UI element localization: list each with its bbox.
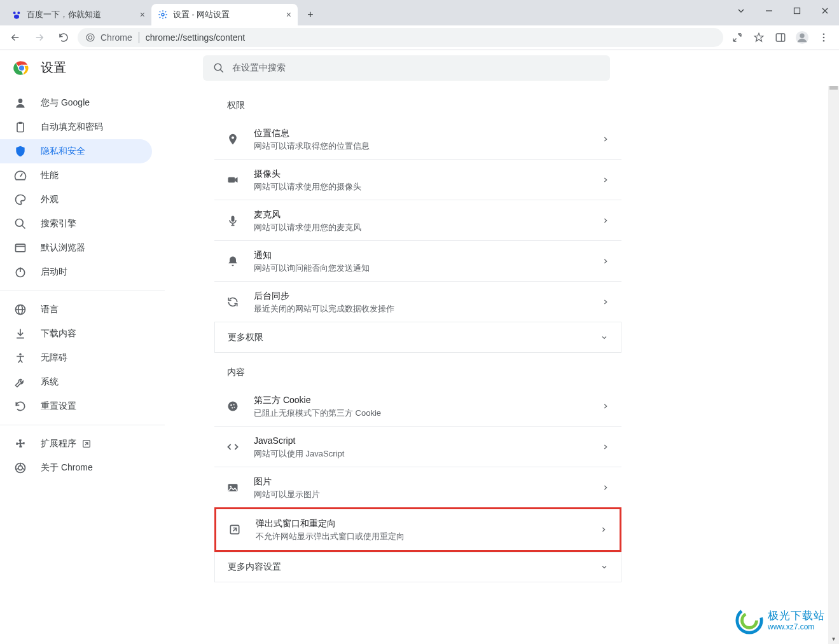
sidebar-item-power[interactable]: 启动时 xyxy=(0,260,152,284)
puzzle-icon xyxy=(14,437,27,450)
svg-point-12 xyxy=(823,33,825,35)
minimize-button[interactable] xyxy=(755,1,783,20)
setting-row-code[interactable]: JavaScript网站可以使用 JavaScript xyxy=(214,427,621,467)
browser-tab-baidu[interactable]: 百度一下，你就知道 × xyxy=(5,4,151,25)
sidebar-item-person[interactable]: 您与 Google xyxy=(0,91,152,115)
sidebar-item-chrome[interactable]: 关于 Chrome xyxy=(0,456,152,480)
chevron-right-icon xyxy=(602,217,609,224)
menu-icon[interactable] xyxy=(814,27,834,48)
sidebar-item-label: 隐私和安全 xyxy=(41,146,85,157)
setting-row-bell[interactable]: 通知网站可以询问能否向您发送通知 xyxy=(214,241,621,282)
bookmark-icon[interactable] xyxy=(749,27,769,48)
svg-rect-26 xyxy=(16,244,25,252)
close-window-button[interactable] xyxy=(811,1,839,20)
address-bar[interactable]: Chrome chrome://settings/content xyxy=(78,28,723,47)
sidebar-item-globe[interactable]: 语言 xyxy=(0,298,152,322)
chevron-down-icon xyxy=(600,334,608,341)
more-permissions-row[interactable]: 更多权限 xyxy=(214,322,621,353)
svg-point-36 xyxy=(18,466,23,470)
sidebar-item-label: 无障碍 xyxy=(41,352,67,364)
row-sub: 已阻止无痕模式下的第三方 Cookie xyxy=(254,407,602,420)
sidebar-item-palette[interactable]: 外观 xyxy=(0,188,152,212)
profile-icon[interactable] xyxy=(792,27,812,48)
setting-row-location[interactable]: 位置信息网站可以请求取得您的位置信息 xyxy=(214,119,621,160)
window-controls xyxy=(727,0,839,22)
browser-tab-settings[interactable]: 设置 - 网站设置 × xyxy=(151,4,298,25)
chrome-logo-icon xyxy=(13,59,31,77)
sidebar-item-label: 系统 xyxy=(41,376,59,388)
sidebar-item-clipboard[interactable]: 自动填充和密码 xyxy=(0,115,152,139)
svg-point-2 xyxy=(14,15,19,19)
svg-point-18 xyxy=(214,64,221,71)
chevron-down-icon xyxy=(600,563,608,571)
chevron-down-icon[interactable] xyxy=(727,1,755,20)
setting-row-popups[interactable]: 弹出式窗口和重定向 不允许网站显示弹出式窗口或使用重定向 xyxy=(216,509,620,550)
tab-title: 百度一下，你就知道 xyxy=(27,10,101,20)
browser-tab-strip: 百度一下，你就知道 × 设置 - 网站设置 × + xyxy=(0,0,839,25)
forward-button[interactable] xyxy=(29,27,50,48)
watermark-text: 极光下载站 xyxy=(768,610,825,622)
sidebar-item-a11y[interactable]: 无障碍 xyxy=(0,346,152,370)
sidebar-item-label: 搜索引擎 xyxy=(41,218,76,230)
svg-point-6 xyxy=(87,34,94,41)
globe-icon xyxy=(14,303,27,316)
setting-row-sync[interactable]: 后台同步最近关闭的网站可以完成数据收发操作 xyxy=(214,282,621,322)
row-title: 位置信息 xyxy=(254,126,602,140)
sidebar-separator xyxy=(0,291,165,291)
svg-point-49 xyxy=(742,613,757,628)
popup-icon xyxy=(228,523,242,537)
scroll-down-icon[interactable]: ▾ xyxy=(828,633,839,644)
watermark-url: www.xz7.com xyxy=(768,622,825,631)
close-icon[interactable]: × xyxy=(286,10,291,20)
row-sub: 网站可以请求使用您的摄像头 xyxy=(254,181,602,193)
svg-rect-21 xyxy=(17,123,24,132)
sidebar-item-speed[interactable]: 性能 xyxy=(0,163,152,188)
chevron-right-icon xyxy=(602,299,609,305)
svg-point-33 xyxy=(19,353,21,355)
row-sub: 网站可以请求使用您的麦克风 xyxy=(254,221,602,234)
setting-row-cookie[interactable]: 第三方 Cookie已阻止无痕模式下的第三方 Cookie xyxy=(214,386,621,427)
svg-point-40 xyxy=(228,401,238,411)
chevron-right-icon xyxy=(602,136,609,142)
svg-line-25 xyxy=(22,226,25,229)
more-permissions-label: 更多权限 xyxy=(228,332,263,343)
sidepanel-icon[interactable] xyxy=(770,27,791,48)
sidebar-item-search[interactable]: 搜索引擎 xyxy=(0,212,152,236)
maximize-button[interactable] xyxy=(783,1,811,20)
vertical-scrollbar[interactable]: ▴ ▾ xyxy=(828,50,839,644)
sidebar-item-shield[interactable]: 隐私和安全 xyxy=(0,139,152,163)
sidebar-item-browser[interactable]: 默认浏览器 xyxy=(0,236,152,260)
camera-icon xyxy=(226,173,240,187)
shield-icon xyxy=(14,145,27,158)
row-sub: 网站可以使用 JavaScript xyxy=(254,448,602,460)
sidebar-item-label: 扩展程序 xyxy=(41,438,76,449)
palette-icon xyxy=(14,193,27,206)
svg-rect-38 xyxy=(228,177,235,182)
settings-search-input[interactable]: 在设置中搜索 xyxy=(203,55,610,81)
new-tab-button[interactable]: + xyxy=(302,6,319,24)
sidebar-item-download[interactable]: 下载内容 xyxy=(0,322,152,346)
svg-point-11 xyxy=(800,34,804,38)
chrome-icon xyxy=(85,32,95,43)
setting-row-image[interactable]: 图片网站可以显示图片 xyxy=(214,467,621,508)
svg-point-3 xyxy=(162,13,164,16)
setting-row-camera[interactable]: 摄像头网站可以请求使用您的摄像头 xyxy=(214,160,621,200)
row-title: 弹出式窗口和重定向 xyxy=(256,516,600,530)
share-icon[interactable] xyxy=(727,27,747,48)
back-button[interactable] xyxy=(5,27,25,48)
row-sub: 网站可以显示图片 xyxy=(254,488,602,501)
sidebar-item-label: 重置设置 xyxy=(41,401,76,412)
code-icon xyxy=(226,440,240,454)
settings-sidebar: 您与 Google自动填充和密码隐私和安全性能外观搜索引擎默认浏览器启动时语言下… xyxy=(0,86,165,644)
more-content-row[interactable]: 更多内容设置 xyxy=(214,552,621,582)
sidebar-item-wrench[interactable]: 系统 xyxy=(0,370,152,394)
setting-row-mic[interactable]: 麦克风网站可以请求使用您的麦克风 xyxy=(214,200,621,241)
search-icon xyxy=(213,62,225,74)
page-title: 设置 xyxy=(41,59,66,76)
svg-rect-8 xyxy=(776,34,785,41)
tab-title: 设置 - 网站设置 xyxy=(173,10,230,20)
close-icon[interactable]: × xyxy=(140,10,145,20)
reload-button[interactable] xyxy=(53,27,74,48)
sidebar-item-reset[interactable]: 重置设置 xyxy=(0,394,152,418)
sidebar-item-puzzle[interactable]: 扩展程序 xyxy=(0,432,152,456)
